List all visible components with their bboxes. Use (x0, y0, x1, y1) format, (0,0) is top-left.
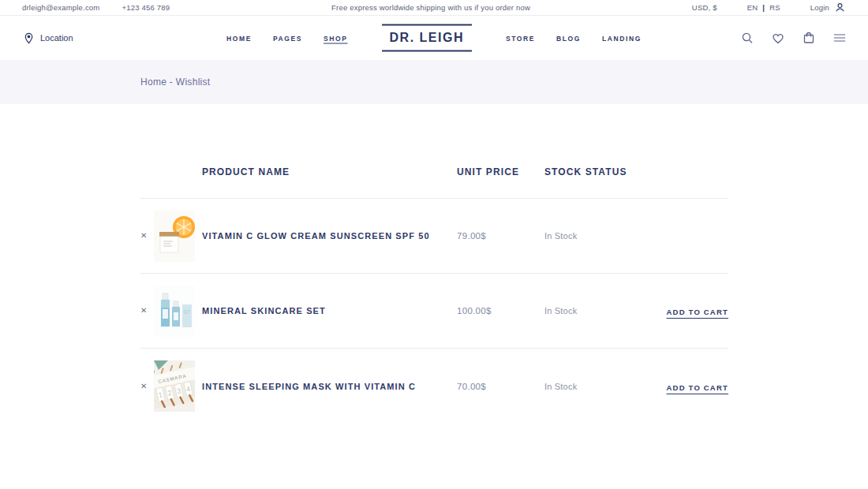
nav-store[interactable]: STORE (506, 34, 535, 42)
primary-nav: HOME PAGES SHOP DR. LEIGH STORE BLOG LAN… (226, 24, 642, 52)
column-header-product: PRODUCT NAME (202, 166, 457, 177)
product-thumbnail-sleeping-mask[interactable]: CASMARA 1 2 3 4 (154, 360, 195, 412)
table-row: ✕ CASMARA 1 2 3 (140, 349, 728, 424)
language-en[interactable]: EN (747, 3, 758, 12)
nav-pages[interactable]: PAGES (273, 34, 302, 42)
cart-bag-icon[interactable] (803, 32, 815, 44)
location-button[interactable]: Location (22, 32, 73, 44)
promo-message: Free express worldwide shipping with us … (170, 3, 692, 12)
product-price: 100.00$ (457, 306, 544, 315)
contact-phone[interactable]: +123 456 789 (122, 3, 170, 12)
product-name-link[interactable]: INTENSE SLEEPING MASK WITH VITAMIN C (202, 382, 457, 391)
breadcrumb[interactable]: Home - Wishlist (140, 77, 211, 88)
main-header: Location HOME PAGES SHOP DR. LEIGH STORE… (0, 16, 868, 60)
menu-icon[interactable] (833, 32, 846, 44)
nav-landing[interactable]: LANDING (602, 34, 642, 42)
product-name-link[interactable]: MINERAL SKINCARE SET (202, 306, 457, 315)
search-icon[interactable] (741, 32, 754, 44)
product-price: 79.00$ (457, 231, 544, 241)
add-to-cart-button[interactable]: ADD TO CART (667, 383, 728, 392)
remove-item-icon[interactable]: ✕ (140, 383, 150, 390)
language-rs[interactable]: RS (769, 3, 780, 12)
currency-selector[interactable]: USD, $ (692, 3, 717, 12)
table-header-row: PRODUCT NAME UNIT PRICE STOCK STATUS (140, 166, 728, 199)
breadcrumb-band: Home - Wishlist (0, 60, 868, 104)
contact-email[interactable]: drleigh@example.com (22, 3, 99, 12)
table-row: ✕ MINERAL SKINCARE SET 100.00$ In Stock … (140, 274, 728, 349)
product-price: 70.00$ (457, 382, 544, 391)
column-header-stock: STOCK STATUS (544, 166, 647, 177)
login-button[interactable]: Login (810, 2, 846, 14)
table-row: ✕ VITAMIN C GLOW CREAM SUNSCREEN SPF 50 … (140, 199, 728, 274)
wishlist-heart-icon[interactable] (772, 32, 784, 44)
stock-status: In Stock (544, 306, 647, 315)
product-name-link[interactable]: VITAMIN C GLOW CREAM SUNSCREEN SPF 50 (202, 231, 457, 241)
site-logo[interactable]: DR. LEIGH (382, 24, 472, 52)
nav-home[interactable]: HOME (226, 34, 252, 42)
product-thumbnail-mineral-set[interactable] (154, 286, 195, 337)
language-selector[interactable]: EN | RS (747, 3, 780, 12)
top-bar: drleigh@example.com +123 456 789 Free ex… (0, 0, 868, 16)
column-header-price: UNIT PRICE (457, 166, 544, 177)
stock-status: In Stock (544, 382, 647, 391)
product-thumbnail-vitamin-c-cream[interactable] (154, 211, 195, 262)
user-icon (833, 2, 846, 14)
nav-blog[interactable]: BLOG (556, 34, 581, 42)
add-to-cart-button[interactable]: ADD TO CART (667, 308, 728, 316)
wishlist-table: PRODUCT NAME UNIT PRICE STOCK STATUS ✕ V… (0, 104, 868, 424)
stock-status: In Stock (544, 231, 647, 241)
remove-item-icon[interactable]: ✕ (140, 232, 150, 240)
login-label: Login (810, 3, 829, 12)
language-separator: | (762, 3, 765, 12)
location-pin-icon (22, 32, 35, 44)
remove-item-icon[interactable]: ✕ (140, 307, 150, 315)
location-label: Location (40, 33, 73, 43)
nav-shop[interactable]: SHOP (324, 34, 348, 42)
